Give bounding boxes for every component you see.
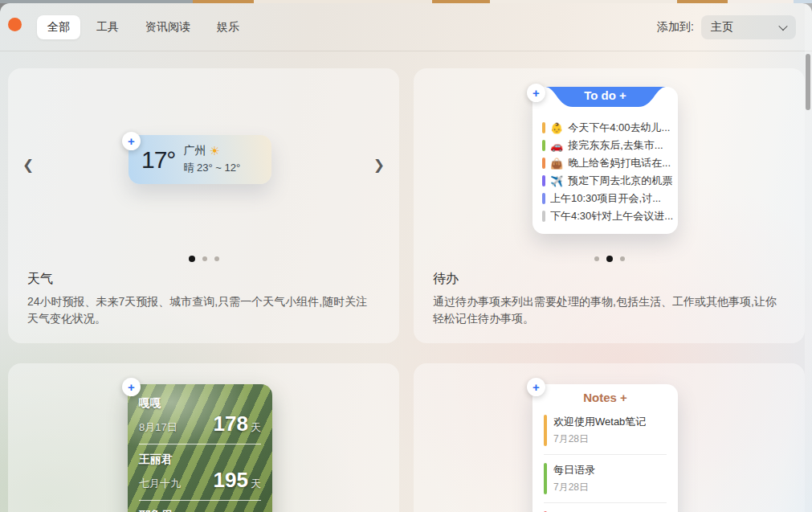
notes-header: Notes +: [532, 384, 678, 404]
countdown-widget-card: + 嘎嘎 8月17日 178天 王丽君: [8, 363, 399, 512]
carousel-dots: [8, 256, 399, 262]
todo-item-text: 晚上给爸妈打电话在...: [568, 156, 671, 170]
add-to-dropdown[interactable]: 主页: [701, 15, 796, 39]
add-notes-widget-button[interactable]: +: [527, 378, 545, 396]
countdown-name: 王丽君: [139, 453, 261, 467]
countdown-unit: 天: [251, 477, 261, 489]
gallery-header: 全部 工具 资讯阅读 娱乐 添加到: 主页: [0, 3, 812, 51]
category-tabs: 全部 工具 资讯阅读 娱乐: [37, 15, 250, 39]
divider: [544, 454, 667, 455]
note-title: 每日语录: [553, 463, 595, 477]
note-list-item: 每日语录 7月28日: [544, 459, 667, 498]
sun-icon: ☀: [209, 144, 219, 158]
weather-condition: 晴 23° ~ 12°: [183, 161, 240, 175]
scrollbar-thumb[interactable]: [806, 54, 810, 110]
weather-widget-card: ❮ ❯ + 17° 广州 ☀ 晴 23° ~ 12° 天气 24小时预报、未来: [8, 68, 399, 343]
carousel-dot[interactable]: [189, 256, 195, 262]
notes-widget-preview: Notes + 欢迎使用Wetab笔记 7月28日 每日语录: [532, 384, 678, 512]
tab-entertainment[interactable]: 娱乐: [206, 15, 250, 39]
weather-temperature: 17°: [141, 146, 175, 174]
note-color-bar: [544, 415, 547, 446]
todo-item-text: 上午10:30项目开会,讨...: [550, 191, 661, 206]
divider: [139, 444, 261, 444]
notes-items-list: 欢迎使用Wetab笔记 7月28日 每日语录 7月28日: [532, 404, 678, 512]
countdown-row: 耶鲁思 9月7日 199天: [139, 506, 261, 512]
carousel-prev-button[interactable]: ❮: [22, 158, 34, 174]
todo-list-item: 🚗 接完东东后,去集市...: [542, 138, 673, 153]
todo-widget-card: + To do + 👶 今天下午4:00去幼儿...: [414, 68, 805, 343]
widget-gallery-panel: 全部 工具 资讯阅读 娱乐 添加到: 主页 ❮ ❯ + 17°: [0, 3, 812, 512]
carousel-dots: [414, 256, 805, 262]
weather-widget-preview: 17° 广州 ☀ 晴 23° ~ 12°: [129, 135, 271, 184]
note-color-bar: [544, 463, 547, 494]
divider: [139, 500, 261, 501]
priority-bar: [542, 175, 545, 186]
todo-items-list: 👶 今天下午4:00去幼儿... 🚗 接完东东后,去集市... 👜 晚上给爸妈打…: [542, 121, 673, 223]
note-date: 7月28日: [553, 481, 595, 494]
add-to-dropdown-value: 主页: [711, 20, 733, 35]
carousel-next-button[interactable]: ❯: [373, 158, 385, 174]
tab-all[interactable]: 全部: [37, 15, 80, 39]
todo-list-item: 下午4:30针对上午会议进...: [542, 209, 673, 223]
add-to-control: 添加到: 主页: [657, 15, 796, 39]
divider: [544, 502, 667, 503]
todo-list-item: 上午10:30项目开会,讨...: [542, 191, 673, 206]
weather-city: 广州: [183, 144, 206, 158]
handbag-emoji-icon: 👜: [550, 158, 563, 169]
carousel-dot[interactable]: [606, 256, 613, 262]
note-date: 7月28日: [553, 432, 646, 446]
priority-bar: [542, 193, 545, 204]
baby-emoji-icon: 👶: [550, 123, 563, 133]
todo-list-item: 👜 晚上给爸妈打电话在...: [542, 156, 673, 170]
add-countdown-widget-button[interactable]: +: [122, 378, 141, 396]
todo-list-item: ✈️ 预定下周去北京的机票: [542, 174, 673, 188]
countdown-name: 耶鲁思: [139, 509, 261, 512]
countdown-rows: 嘎嘎 8月17日 178天 王丽君 七月十九 195: [139, 394, 261, 512]
todo-widget-preview: To do + 👶 今天下午4:00去幼儿... 🚗 接完东东后,去集市...: [532, 87, 678, 234]
priority-bar: [542, 158, 545, 169]
note-title: 欢迎使用Wetab笔记: [553, 415, 646, 429]
widget-title: 天气: [27, 271, 53, 288]
airplane-emoji-icon: ✈️: [550, 176, 563, 186]
chevron-down-icon: [778, 22, 787, 31]
countdown-unit: 天: [251, 421, 261, 433]
countdown-days: 195天: [214, 468, 261, 493]
countdown-date: 七月十九: [139, 477, 181, 491]
logo-dot-icon: [8, 18, 22, 31]
carousel-dot[interactable]: [202, 256, 207, 261]
note-list-item: 时光 7月29日: [544, 507, 667, 512]
todo-item-text: 接完东东后,去集市...: [568, 138, 663, 153]
note-list-item: 欢迎使用Wetab笔记 7月28日: [544, 411, 667, 450]
add-to-label: 添加到:: [657, 20, 694, 35]
priority-bar: [542, 140, 545, 151]
widget-gallery-page: 全部 工具 资讯阅读 娱乐 添加到: 主页 ❮ ❯ + 17°: [0, 0, 812, 512]
todo-item-text: 预定下周去北京的机票: [568, 174, 672, 188]
tab-tools[interactable]: 工具: [86, 15, 129, 39]
carousel-dot[interactable]: [620, 256, 625, 261]
widget-title: 待办: [433, 271, 459, 288]
notes-widget-card: + Notes + 欢迎使用Wetab笔记 7月28日: [414, 363, 805, 512]
priority-bar: [542, 211, 545, 222]
todo-item-text: 下午4:30针对上午会议进...: [550, 209, 673, 223]
weather-details: 广州 ☀ 晴 23° ~ 12°: [183, 144, 240, 175]
countdown-row: 嘎嘎 8月17日 178天: [139, 394, 261, 441]
todo-item-text: 今天下午4:00去幼儿...: [568, 121, 670, 135]
countdown-row: 王丽君 七月十九 195天: [139, 450, 261, 498]
todo-list-item: 👶 今天下午4:00去幼儿...: [542, 121, 673, 135]
add-weather-widget-button[interactable]: +: [122, 132, 141, 150]
countdown-name: 嘎嘎: [139, 396, 261, 411]
car-emoji-icon: 🚗: [550, 141, 563, 151]
countdown-widget-preview: 嘎嘎 8月17日 178天 王丽君 七月十九 195: [128, 384, 272, 512]
countdown-days: 178天: [214, 412, 261, 436]
countdown-date: 8月17日: [139, 420, 177, 435]
widget-description: 24小时预报、未来7天预报、城市查询,只需一个天气小组件,随时关注天气变化状况。: [27, 293, 375, 327]
tab-news-reading[interactable]: 资讯阅读: [135, 15, 201, 39]
weather-city-row: 广州 ☀: [183, 144, 240, 158]
carousel-dot[interactable]: [214, 256, 219, 261]
carousel-dot[interactable]: [594, 256, 599, 261]
todo-ribbon: To do +: [545, 87, 666, 107]
widget-description: 通过待办事项来列出需要处理的事物,包括生活、工作或其他事项,让你轻松记住待办事项…: [433, 293, 781, 327]
todo-ribbon-label: To do +: [545, 88, 666, 102]
priority-bar: [542, 122, 545, 133]
add-todo-widget-button[interactable]: +: [527, 84, 545, 102]
